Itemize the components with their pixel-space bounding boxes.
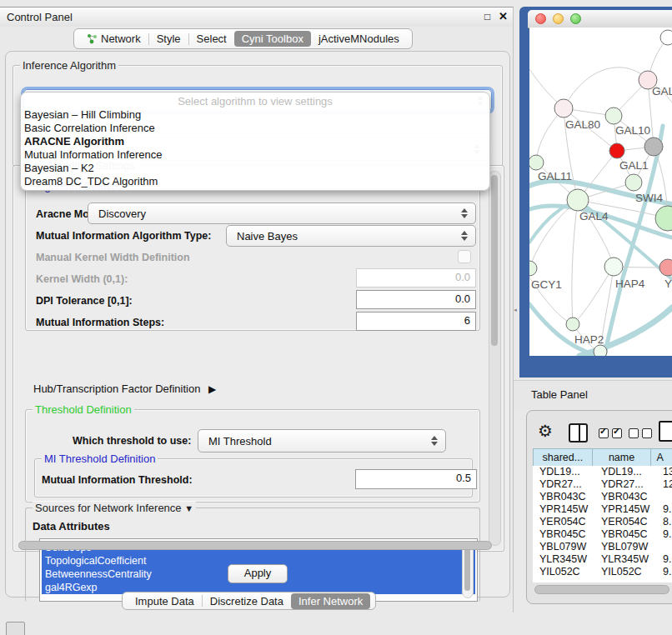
- node-gcy1[interactable]: [529, 261, 537, 276]
- combo-arrows-icon: [427, 436, 442, 446]
- node-gal10[interactable]: [605, 108, 622, 124]
- table-body: YDL19...YDL19...13 YDR27...YDR27...12 YB…: [533, 466, 672, 582]
- node-gray[interactable]: [644, 138, 663, 156]
- scrollbar-thumb[interactable]: [464, 544, 470, 591]
- settings-vertical-scrollbar[interactable]: [489, 171, 501, 546]
- tab-network[interactable]: Network: [79, 31, 148, 47]
- dropdown-item[interactable]: Bayesian – K2: [21, 162, 489, 175]
- node[interactable]: [660, 30, 672, 45]
- bottom-tabbar: Impute Data Discretize Data Infer Networ…: [122, 592, 376, 610]
- tab-cyni-toolbox[interactable]: Cyni Toolbox: [234, 31, 311, 47]
- table-row[interactable]: YPR145WYPR145W9.: [533, 503, 672, 516]
- float-panel-icon[interactable]: □: [484, 11, 490, 22]
- splitter-handle-icon[interactable]: ◄: [513, 308, 518, 312]
- column-header-partial[interactable]: A: [651, 449, 672, 467]
- expanded-arrow-icon[interactable]: ▼: [184, 503, 193, 513]
- node-label: GAL1: [619, 159, 649, 172]
- node-gal80[interactable]: [554, 99, 573, 118]
- tab-discretize-data[interactable]: Discretize Data: [203, 593, 291, 609]
- table-row[interactable]: YER054CYER054C8.: [533, 516, 672, 528]
- dropdown-item[interactable]: Mutual Information Inference: [21, 148, 489, 162]
- apply-button[interactable]: Apply: [228, 564, 288, 583]
- close-panel-icon[interactable]: ✕: [499, 10, 508, 22]
- node-label: GCY1: [531, 278, 562, 291]
- node-label: HAP2: [574, 333, 604, 346]
- algorithm-definition-group: Algorithm Definition Aracne Mode: Discov…: [25, 186, 480, 331]
- node-hap2[interactable]: [566, 318, 579, 331]
- close-window-icon[interactable]: [535, 13, 546, 24]
- hide-all-columns-icon[interactable]: [629, 428, 652, 438]
- node-gal4[interactable]: [567, 189, 589, 211]
- table-horizontal-scrollbar[interactable]: [534, 585, 669, 594]
- mi-type-combo[interactable]: Naive Bayes: [226, 225, 476, 247]
- node-gal1[interactable]: [609, 143, 624, 158]
- tab-style[interactable]: Style: [149, 31, 188, 47]
- tab-impute-data[interactable]: Impute Data: [128, 593, 202, 609]
- tab-select[interactable]: Select: [189, 31, 234, 47]
- node-label: GAL11: [538, 170, 572, 182]
- aracne-mode-combo[interactable]: Discovery: [88, 202, 476, 224]
- table-row[interactable]: YBR045CYBR045C9.: [533, 528, 672, 541]
- node-label: HAP4: [615, 278, 645, 290]
- mi-threshold-field[interactable]: 0.5: [355, 469, 477, 489]
- node-swi4[interactable]: [625, 174, 642, 191]
- node-label: SWI4: [635, 192, 663, 204]
- kernel-width-field[interactable]: 0.0: [356, 268, 476, 288]
- minimize-window-icon[interactable]: [553, 13, 564, 24]
- table-header-row: shared... name A: [533, 448, 672, 468]
- cyni-toolbox-panel: Inference Algorithm galFiltered.sif defa…: [5, 51, 510, 598]
- sources-group: Sources for Network Inference ▼ Data Att…: [25, 508, 480, 602]
- dropdown-item-selected[interactable]: ARACNE Algorithm: [21, 135, 489, 148]
- tab-infer-network[interactable]: Infer Network: [291, 593, 370, 609]
- combo-arrows-icon: [457, 208, 472, 218]
- manual-kernel-checkbox[interactable]: [458, 250, 471, 263]
- manual-kernel-label: Manual Kernel Width Definition: [36, 252, 190, 263]
- control-panel-titlebar[interactable]: Control Panel □ ✕: [0, 8, 513, 27]
- node-green-large[interactable]: [655, 206, 672, 231]
- hub-definition-toggle[interactable]: Hub/Transcription Factor Definition ▶: [33, 382, 216, 395]
- table-panel-bar: Table Panel: [514, 380, 672, 409]
- node-bottom-partial[interactable]: [594, 345, 607, 356]
- table-row[interactable]: YBL079WYBL079W: [533, 541, 672, 553]
- table-row[interactable]: YDR27...YDR27...12: [533, 478, 672, 491]
- minimized-panel-icon[interactable]: [6, 622, 25, 635]
- tab-jactivemnodules[interactable]: jActiveMNodules: [311, 31, 407, 47]
- network-window-titlebar[interactable]: [528, 10, 672, 28]
- dropdown-placeholder: Select algorithm to view settings: [21, 92, 489, 108]
- node-label: GAL4: [579, 210, 609, 222]
- mi-steps-field[interactable]: 6: [356, 312, 476, 331]
- new-table-icon[interactable]: [659, 421, 672, 442]
- threshold-definition-title: Threshold Definition: [33, 403, 134, 416]
- scrollbar-thumb[interactable]: [491, 175, 498, 346]
- settings-horizontal-scrollbar[interactable]: [18, 541, 492, 550]
- node-salmon[interactable]: [659, 259, 672, 276]
- columns-icon[interactable]: [569, 423, 588, 442]
- node-hap4[interactable]: [604, 258, 623, 276]
- network-view-window: GAL GAL80 GAL10 GAL1 SWI4 GAL11 GAL4 GCY…: [519, 7, 672, 378]
- table-row[interactable]: YIL052CYIL052C9.: [533, 566, 672, 578]
- table-row[interactable]: YLR345WYLR345W9.: [533, 553, 672, 566]
- threshold-definition-group: Threshold Definition Which threshold to …: [25, 409, 480, 502]
- table-row[interactable]: YDL19...YDL19...13: [533, 466, 672, 478]
- dropdown-item[interactable]: Bayesian – Hill Climbing: [21, 108, 489, 122]
- mi-type-label: Mutual Information Algorithm Type:: [36, 230, 211, 242]
- table-panel-title: Table Panel: [531, 388, 588, 401]
- inference-algorithm-group-title: Inference Algorithm: [20, 59, 118, 72]
- gear-icon[interactable]: ⚙: [538, 422, 553, 439]
- control-panel-title: Control Panel: [7, 11, 73, 23]
- zoom-window-icon[interactable]: [570, 13, 581, 24]
- list-vertical-scrollbar[interactable]: [462, 542, 474, 598]
- table-row[interactable]: YBR043CYBR043C: [533, 491, 672, 503]
- network-canvas[interactable]: GAL GAL80 GAL10 GAL1 SWI4 GAL11 GAL4 GCY…: [529, 28, 672, 356]
- data-attributes-label: Data Attributes: [33, 520, 110, 532]
- show-all-columns-icon[interactable]: ✓ ✓: [599, 428, 622, 438]
- dropdown-item[interactable]: Dream8 DC_TDC Algorithm: [21, 175, 489, 188]
- node-gal11[interactable]: [529, 155, 544, 170]
- which-threshold-combo[interactable]: MI Threshold: [198, 429, 446, 452]
- column-header-name[interactable]: name: [593, 449, 652, 467]
- column-header-shared-name[interactable]: shared...: [534, 449, 593, 467]
- dropdown-item[interactable]: Basic Correlation Inference: [21, 122, 489, 135]
- collapsed-arrow-icon[interactable]: ▶: [208, 383, 216, 395]
- network-edges-thick[interactable]: [529, 126, 672, 356]
- dpi-tolerance-field[interactable]: 0.0: [356, 290, 476, 309]
